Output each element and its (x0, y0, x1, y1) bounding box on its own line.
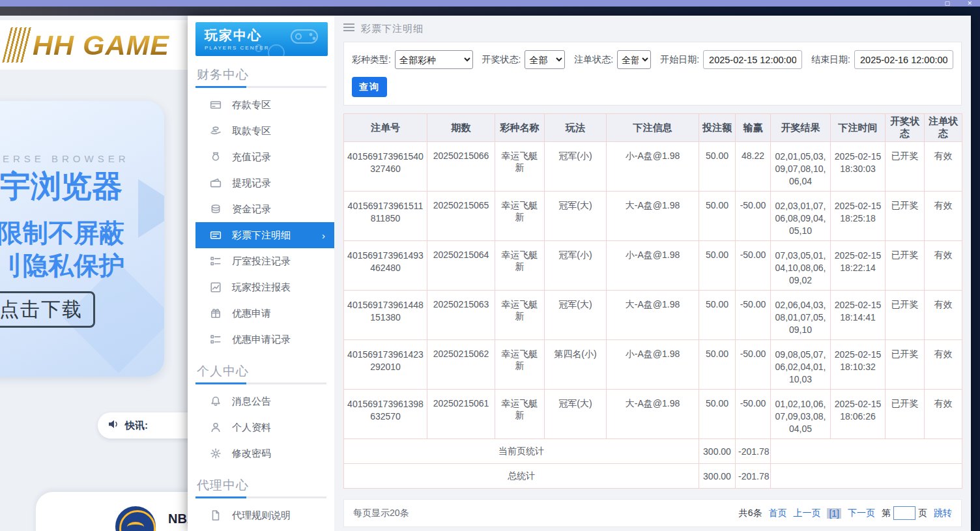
end-date-input[interactable] (854, 50, 953, 69)
download-button[interactable]: 点击下载 (0, 291, 95, 328)
cell-amount: 50.00 (699, 142, 736, 192)
sidebar-item[interactable]: 取款专区 (188, 118, 334, 144)
table-row: 40156917396139863257020250215061幸运飞艇新冠军(… (344, 390, 962, 439)
cell-bet_status: 有效 (925, 142, 962, 192)
nba-banner[interactable]: NBA (36, 492, 188, 531)
cell-win_loss: -50.00 (736, 390, 771, 439)
sidebar-item[interactable]: 存款专区 (188, 92, 334, 118)
sidebar-item-label: 个人资料 (232, 422, 271, 434)
cell-play: 第四名(小) (545, 340, 607, 390)
sidebar-item[interactable]: 彩票下注明细› (195, 222, 334, 248)
summary-winloss: -201.78 (736, 439, 771, 464)
sidebar-item-label: 玩家投注报表 (232, 281, 291, 294)
cell-bet_status: 有效 (925, 390, 962, 439)
sidebar-section-heading: 财务中心 (197, 66, 326, 83)
sidebar-item[interactable]: 代理团队统计 (188, 528, 334, 531)
summary-label: 总统计 (344, 464, 699, 489)
cell-win_loss: -50.00 (736, 192, 771, 241)
query-button[interactable]: 查询 (352, 77, 387, 97)
sidebar-item-label: 彩票下注明细 (232, 229, 291, 242)
cell-bet_status: 有效 (925, 192, 962, 241)
cell-bet_info: 小-A盘@1.98 (607, 340, 699, 390)
end-date-label: 结束日期: (811, 54, 850, 66)
gamepad-icon (287, 26, 321, 51)
ad-kicker-text: ERSE BROWSER (3, 153, 130, 164)
cell-amount: 50.00 (699, 340, 736, 390)
column-header-bet_time: 下注时间 (831, 114, 886, 142)
browser-ad-banner[interactable]: ERSE BROWSER 宇浏览器 限制不屏蔽 刂隐私保护 点击下载 (0, 101, 164, 377)
chevron-right-icon: › (322, 230, 325, 241)
person-icon (210, 422, 222, 433)
cell-period: 20250215063 (427, 291, 495, 340)
jump-page-input[interactable] (893, 506, 915, 520)
sidebar-header: 玩家中心 PLAYERS CENTER (195, 22, 328, 56)
sidebar-item-label: 存款专区 (232, 99, 271, 111)
prev-page-link[interactable]: 上一页 (793, 508, 820, 519)
cell-bet_time: 2025-02-15 18:10:32 (831, 340, 886, 390)
speaker-icon (108, 419, 120, 432)
next-page-link[interactable]: 下一页 (848, 508, 875, 519)
hh-game-logo[interactable]: HH GAME (33, 29, 169, 61)
bet-status-select[interactable]: 全部 (617, 50, 651, 69)
bets-table: 注单号期数彩种名称玩法下注信息投注额输赢开奖结果下注时间开奖状态注单状态 401… (343, 113, 962, 489)
summary-amount: 300.00 (699, 439, 736, 464)
jump-button[interactable]: 跳转 (934, 508, 952, 519)
total-count-text: 共6条 (739, 508, 762, 519)
cell-result: 01,02,10,06,07,09,03,08,04,05 (771, 390, 831, 439)
hamburger-icon[interactable] (343, 23, 354, 35)
ad-line2: 限制不屏蔽 (0, 216, 124, 251)
cell-result: 02,01,05,03,09,07,08,10,06,04 (771, 142, 831, 192)
sidebar-item[interactable]: 优惠申请 (188, 300, 334, 326)
cell-play: 冠军(小) (545, 142, 607, 192)
sidebar-item[interactable]: 资金记录 (188, 196, 334, 222)
sidebar-item[interactable]: 优惠申请记录 (188, 326, 334, 352)
lottery-type-select[interactable]: 全部彩种 (395, 50, 473, 69)
column-header-draw_status: 开奖状态 (886, 114, 925, 142)
recharge-bag-icon (210, 151, 222, 163)
cell-bet_time: 2025-02-15 18:30:03 (831, 142, 886, 192)
sidebar-item[interactable]: 提现记录 (188, 170, 334, 196)
sidebar-item-label: 优惠申请记录 (232, 334, 291, 346)
close-icon[interactable]: ✕ (967, 0, 972, 7)
summary-winloss: -201.78 (736, 464, 771, 489)
cell-result: 09,08,05,07,06,02,04,01,10,03 (771, 340, 831, 390)
sidebar-item[interactable]: 修改密码 (188, 440, 334, 466)
ad-line3: 刂隐私保护 (0, 248, 124, 283)
cell-bet_info: 大-A盘@1.98 (607, 192, 699, 241)
sidebar-item-label: 修改密码 (232, 448, 271, 460)
cell-play: 冠军(大) (545, 390, 607, 439)
sidebar-item[interactable]: 充值记录 (188, 144, 334, 170)
sidebar-item-label: 资金记录 (232, 203, 271, 216)
sidebar-item[interactable]: 个人资料 (188, 414, 334, 440)
sidebar-item-label: 消息公告 (232, 395, 271, 408)
column-header-bet_status: 注单状态 (925, 114, 962, 142)
jump-suffix: 页 (918, 508, 927, 519)
content-area: 彩票下注明细 彩种类型: 全部彩种 开奖状态: 全部 注单状态: 全部 (334, 16, 971, 531)
cell-bet_no: 401569173961448151380 (344, 291, 427, 340)
document-icon (210, 509, 222, 521)
column-header-bet_no: 注单号 (344, 114, 427, 142)
cell-bet_info: 大-A盘@1.98 (607, 390, 699, 439)
sidebar-item[interactable]: 代理规则说明 (188, 502, 334, 528)
first-page-link[interactable]: 首页 (768, 508, 786, 519)
cell-period: 20250215066 (427, 142, 495, 192)
cell-bet_info: 小-A盘@1.98 (607, 241, 699, 291)
breadcrumb: 彩票下注明细 (343, 16, 962, 42)
section-underline (195, 496, 326, 498)
bets-table-card: 注单号期数彩种名称玩法下注信息投注额输赢开奖结果下注时间开奖状态注单状态 401… (343, 113, 962, 489)
sidebar-section-heading: 个人中心 (197, 363, 326, 380)
sidebar-item[interactable]: 玩家投注报表 (188, 274, 334, 300)
start-date-input[interactable] (703, 50, 802, 69)
sidebar-item[interactable]: 厅室投注记录 (188, 248, 334, 274)
cell-bet_no: 401569173961423292010 (344, 340, 427, 390)
table-row: 40156917396144815138020250215063幸运飞艇新冠军(… (344, 291, 962, 340)
table-row: 40156917396142329201020250215062幸运飞艇新第四名… (344, 340, 962, 390)
sidebar-item[interactable]: 消息公告 (188, 388, 334, 414)
maximize-icon[interactable]: ▢ (944, 0, 950, 7)
page-size-text: 每页显示20条 (353, 508, 409, 519)
promo-apply-icon (210, 308, 222, 319)
funds-record-icon (210, 203, 222, 215)
deposit-card-icon (210, 99, 222, 111)
draw-status-select[interactable]: 全部 (525, 50, 565, 69)
jump-prefix: 第 (882, 508, 891, 519)
